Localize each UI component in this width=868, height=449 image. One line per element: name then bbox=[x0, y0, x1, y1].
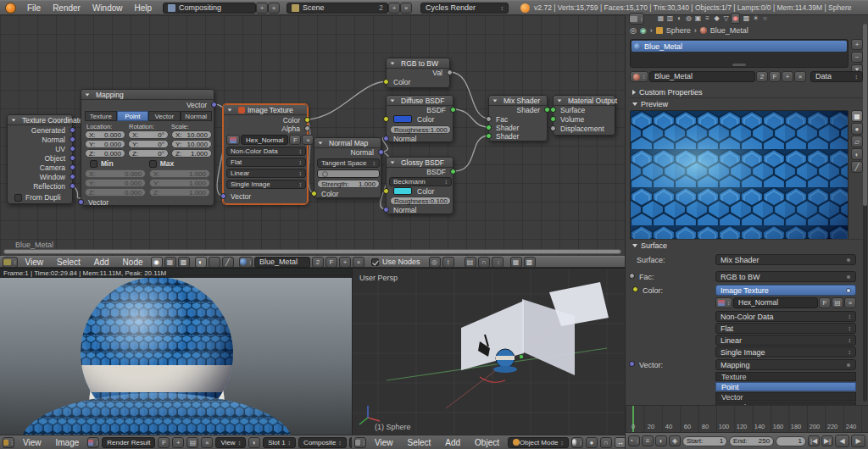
socket-camera[interactable] bbox=[70, 164, 75, 170]
node-header[interactable]: Mapping bbox=[81, 90, 214, 100]
uv-map-field[interactable] bbox=[317, 169, 380, 178]
material-browse-button[interactable]: ↕ bbox=[239, 257, 253, 268]
node-header[interactable]: Material Output bbox=[554, 96, 615, 106]
frame-start-field[interactable]: Start:1 bbox=[682, 436, 727, 446]
color-space-select[interactable]: Non-Color Data↕ bbox=[226, 147, 306, 156]
surface-shader-select[interactable]: Mix Shader bbox=[715, 254, 856, 265]
menu-select[interactable]: Select bbox=[402, 438, 437, 447]
menu-select[interactable]: Select bbox=[51, 258, 86, 267]
menu-view[interactable]: View bbox=[19, 258, 50, 267]
open-image-button[interactable]: ▤ bbox=[186, 437, 198, 448]
scale-x[interactable]: X:10.000 bbox=[171, 130, 212, 139]
new-image-button[interactable]: + bbox=[172, 437, 184, 448]
max-x[interactable]: X:1.000 bbox=[149, 169, 210, 178]
image-browse-button[interactable]: ↕ bbox=[715, 297, 732, 308]
tab-constraints[interactable]: ≡ bbox=[703, 13, 712, 24]
roughness-slider[interactable]: Roughness:1.000 bbox=[390, 125, 451, 134]
layout-add-button[interactable]: + bbox=[256, 3, 268, 14]
menu-image[interactable]: Image bbox=[50, 438, 86, 447]
collapse-icon[interactable] bbox=[391, 62, 395, 64]
max-z[interactable]: Z:1.000 bbox=[149, 188, 210, 197]
fake-user-button[interactable]: F bbox=[158, 437, 170, 448]
max-checkbox[interactable] bbox=[149, 160, 157, 168]
pack-image-button[interactable]: ▤ bbox=[832, 297, 843, 308]
node-header[interactable]: RGB to BW bbox=[387, 58, 449, 69]
preview-sphere-button[interactable]: ● bbox=[851, 123, 863, 135]
scale-z[interactable]: Z:1.000 bbox=[171, 149, 212, 158]
vector-input-select[interactable]: Mapping bbox=[715, 359, 856, 370]
socket-fac-in[interactable] bbox=[486, 116, 492, 122]
snap-mode-button[interactable]: ↕ bbox=[492, 257, 504, 268]
tab-physics[interactable]: ○ bbox=[760, 13, 770, 24]
viewport-shading-button[interactable]: ↕ bbox=[571, 437, 583, 448]
node-header[interactable]: Texture Coordinate bbox=[8, 115, 72, 125]
backdrop-button[interactable]: ▤ bbox=[465, 257, 476, 268]
tab-scene[interactable]: ◐ bbox=[675, 13, 684, 24]
socket-color-in[interactable] bbox=[383, 79, 389, 85]
image-browse-button[interactable] bbox=[226, 135, 240, 145]
socket-volume-in[interactable] bbox=[550, 116, 556, 122]
node-editor[interactable]: Texture Coordinate Generated Normal UV O… bbox=[0, 15, 625, 256]
viewport-3d[interactable]: User Persp (1) Sphere bbox=[352, 268, 625, 435]
menu-view[interactable]: View bbox=[369, 438, 399, 447]
socket-shader1-in[interactable] bbox=[486, 125, 492, 130]
copy-button[interactable]: ▦ bbox=[510, 257, 522, 268]
diffuse-color-swatch[interactable] bbox=[393, 115, 412, 123]
node-image-texture[interactable]: Image Texture Color Alpha Hex_Normal F ×… bbox=[223, 104, 308, 204]
min-y[interactable]: Y:0.000 bbox=[85, 179, 146, 187]
slot-select[interactable]: Slot 1↕ bbox=[263, 437, 296, 448]
socket-window[interactable] bbox=[70, 174, 75, 180]
scene-select[interactable]: Scene2 bbox=[287, 3, 388, 14]
breadcrumb-material[interactable]: Blue_Metal bbox=[710, 26, 748, 35]
rotation-x[interactable]: X:0° bbox=[128, 130, 169, 139]
collapse-icon[interactable] bbox=[558, 99, 562, 102]
socket-normal[interactable] bbox=[70, 136, 75, 142]
socket-vector-in[interactable] bbox=[220, 193, 226, 199]
unlink-image-button[interactable]: × bbox=[844, 297, 856, 308]
material-browse-button[interactable]: ↕ bbox=[630, 71, 648, 82]
image-source-select[interactable]: Single Image↕ bbox=[226, 180, 306, 189]
new-material-button[interactable]: + bbox=[339, 257, 351, 268]
menu-window[interactable]: Window bbox=[86, 3, 129, 13]
screen-layout-select[interactable]: Compositing bbox=[163, 3, 256, 14]
layer-select[interactable]: Composite↕ bbox=[298, 437, 347, 448]
unlink-material-button[interactable]: × bbox=[353, 257, 364, 268]
scale-y[interactable]: Y:10.000 bbox=[171, 140, 212, 148]
world-shader-button[interactable] bbox=[209, 257, 220, 268]
socket-shader2-in[interactable] bbox=[486, 133, 492, 139]
mapping-option-point[interactable]: Point bbox=[715, 382, 856, 391]
snap-button[interactable]: ∩ bbox=[600, 437, 612, 448]
tab-object-data[interactable]: ▽ bbox=[721, 13, 731, 24]
menu-view[interactable]: View bbox=[17, 438, 47, 447]
node-texture-coordinate[interactable]: Texture Coordinate Generated Normal UV O… bbox=[7, 114, 73, 204]
tab-object[interactable]: ▣ bbox=[693, 13, 703, 24]
distribution-select[interactable]: Beckmann↕ bbox=[389, 177, 452, 186]
location-y[interactable]: Y:0.000 bbox=[85, 140, 125, 148]
fake-user-button[interactable]: F bbox=[769, 71, 781, 82]
location-z[interactable]: Z:0.000 bbox=[85, 149, 125, 158]
shader-nodes-button[interactable]: ◉ bbox=[151, 257, 163, 268]
paste-button[interactable]: ▩ bbox=[524, 257, 536, 268]
socket-uv[interactable] bbox=[70, 146, 75, 152]
fake-user-button[interactable]: F bbox=[289, 135, 301, 145]
node-diffuse-bsdf[interactable]: Diffuse BSDF BSDF Color Roughness:1.000 … bbox=[386, 95, 453, 142]
node-header[interactable]: Diffuse BSDF bbox=[387, 96, 453, 106]
socket-normal-out[interactable] bbox=[378, 149, 384, 155]
editor-type-button[interactable]: ↕ bbox=[3, 437, 14, 448]
fake-user-button[interactable]: F bbox=[819, 297, 831, 308]
slot-add-button[interactable]: + bbox=[851, 39, 863, 50]
use-preview-range-button[interactable]: ◐ bbox=[655, 435, 667, 446]
scene-delete-button[interactable]: × bbox=[400, 3, 412, 14]
menu-node[interactable]: Node bbox=[117, 258, 149, 267]
mode-select[interactable]: Object Mode↕ bbox=[508, 437, 569, 448]
jump-to-start-button[interactable]: |◀ bbox=[808, 435, 820, 446]
section-surface[interactable]: Surface bbox=[632, 241, 667, 250]
editor-type-button[interactable]: ↕ bbox=[3, 257, 18, 268]
breadcrumb-object[interactable]: Sphere bbox=[666, 26, 691, 35]
color-input-select[interactable]: Image Texture bbox=[715, 285, 856, 296]
current-frame-field[interactable]: 1 bbox=[776, 436, 806, 446]
section-preview[interactable]: Preview bbox=[632, 100, 668, 108]
tab-texture[interactable]: Texture bbox=[85, 111, 117, 121]
display-mode-select[interactable]: View↕ bbox=[215, 437, 246, 448]
object-shader-button[interactable]: ◐ bbox=[195, 257, 207, 268]
